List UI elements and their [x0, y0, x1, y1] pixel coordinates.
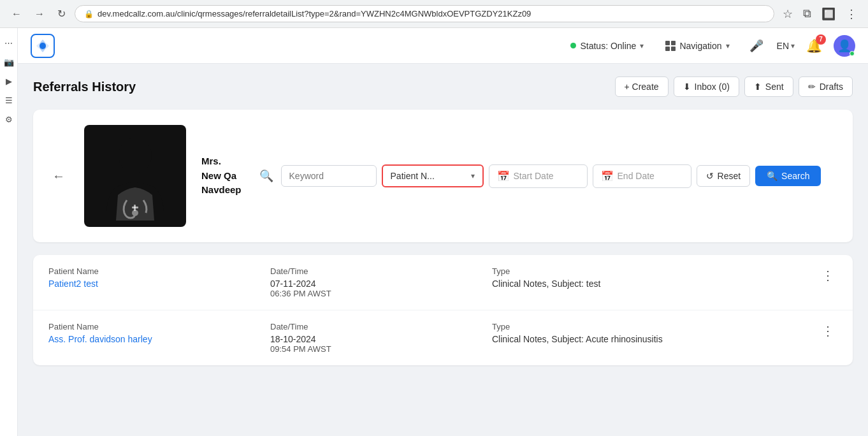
- url-text: dev.medcallz.com.au/clinic/qrmessages/re…: [98, 9, 765, 18]
- nav-grid-icon: [665, 41, 676, 51]
- status-indicator[interactable]: Status: Online ▾: [565, 38, 649, 54]
- inbox-download-icon: ⬇: [683, 82, 691, 92]
- keyword-input[interactable]: [281, 165, 377, 187]
- svg-point-0: [40, 43, 46, 49]
- forward-button[interactable]: →: [31, 6, 48, 22]
- filter-row: 🔍 Patient N... ▾ 📅 Start Date 📅 End Date…: [257, 164, 837, 188]
- inbox-button[interactable]: ⬇ Inbox (0): [674, 76, 739, 97]
- page-actions: + Create ⬇ Inbox (0) ⬆ Sent ✏ Drafts: [615, 76, 853, 97]
- app-logo: [31, 34, 55, 58]
- search-magnify-icon: 🔍: [767, 171, 778, 181]
- col-type-0: Type Clinical Notes, Subject: test: [492, 266, 806, 289]
- start-date-placeholder: Start Date: [514, 171, 554, 181]
- avatar-online-indicator: [850, 51, 855, 56]
- notification-button[interactable]: 🔔 7: [805, 37, 823, 55]
- doctor-info: Mrs. New Qa Navdeep: [201, 154, 242, 198]
- patient-dropdown[interactable]: Patient N... ▾: [382, 164, 484, 187]
- navigation-button[interactable]: Navigation ▾: [659, 38, 735, 54]
- language-chevron: ▾: [791, 41, 795, 50]
- doctor-name: Mrs. New Qa Navdeep: [201, 154, 242, 198]
- drafts-label: Drafts: [820, 82, 843, 92]
- type-value-0: Clinical Notes, Subject: test: [492, 279, 806, 289]
- col-type-1: Type Clinical Notes, Subject: Acute rhin…: [492, 322, 806, 344]
- panel-icon-dots[interactable]: ⋯: [2, 36, 16, 50]
- patient-dropdown-label: Patient N...: [391, 171, 435, 181]
- microphone-button[interactable]: 🎤: [746, 37, 767, 55]
- page-title: Referrals History: [33, 80, 136, 94]
- type-label-0: Type: [492, 266, 806, 276]
- patient-value-0: Patient2 test: [48, 279, 257, 289]
- reset-icon: ↺: [706, 171, 714, 181]
- end-date-placeholder: End Date: [618, 171, 655, 181]
- page-container: Referrals History + Create ⬇ Inbox (0) ⬆…: [18, 64, 868, 378]
- panel-icon-camera[interactable]: 📷: [2, 55, 16, 69]
- doctor-avatar: [84, 125, 186, 227]
- app-header: Status: Online ▾ Navigation ▾ 🎤 EN ▾: [18, 28, 868, 64]
- datetime-label-1: Date/Time: [270, 322, 479, 331]
- language-button[interactable]: EN ▾: [777, 41, 795, 51]
- filter-search-icon-button[interactable]: 🔍: [257, 166, 276, 185]
- navigation-label: Navigation: [679, 41, 721, 51]
- panel-icon-play[interactable]: ▶: [2, 74, 16, 88]
- lock-icon: 🔒: [84, 10, 94, 18]
- extension-button-1[interactable]: ⧉: [800, 5, 814, 22]
- end-date-input[interactable]: 📅 End Date: [593, 164, 691, 188]
- col-actions-0: ⋮: [818, 266, 837, 284]
- panel-icon-settings[interactable]: ⚙: [2, 112, 16, 126]
- drafts-button[interactable]: ✏ Drafts: [799, 76, 853, 97]
- patient-label-1: Patient Name: [48, 322, 257, 331]
- type-value-1: Clinical Notes, Subject: Acute rhinosinu…: [492, 334, 806, 344]
- patient-value-1: Ass. Prof. davidson harley: [48, 334, 257, 344]
- row-menu-button-1[interactable]: ⋮: [818, 322, 838, 340]
- sent-button[interactable]: ⬆ Sent: [744, 76, 793, 97]
- table-container: Patient Name Patient2 test Date/Time 07-…: [33, 255, 853, 365]
- start-date-calendar-icon: 📅: [497, 170, 510, 182]
- browser-bar: ← → ↻ 🔒 dev.medcallz.com.au/clinic/qrmes…: [0, 0, 868, 28]
- panel-icon-list[interactable]: ☰: [2, 93, 16, 107]
- create-button[interactable]: + Create: [615, 76, 669, 97]
- type-label-1: Type: [492, 322, 806, 331]
- reset-button[interactable]: ↺ Reset: [697, 165, 751, 187]
- extension-button-2[interactable]: 🔲: [818, 5, 839, 23]
- profile-filter-section: ←: [33, 110, 853, 242]
- chrome-menu-button[interactable]: ⋮: [843, 5, 860, 23]
- datetime-line1-0: 07-11-2024: [270, 279, 479, 289]
- status-dot: [570, 43, 576, 48]
- datetime-line1-1: 18-10-2024: [270, 334, 479, 344]
- sent-upload-icon: ⬆: [754, 82, 762, 92]
- refresh-button[interactable]: ↻: [54, 5, 69, 22]
- sent-label: Sent: [765, 82, 784, 92]
- datetime-line2-1: 09:54 PM AWST: [270, 344, 479, 354]
- header-right: Status: Online ▾ Navigation ▾ 🎤 EN ▾: [565, 35, 855, 57]
- table-row: Patient Name Patient2 test Date/Time 07-…: [33, 255, 853, 310]
- col-datetime-1: Date/Time 18-10-2024 09:54 PM AWST: [270, 322, 479, 354]
- left-panel: ⋯ 📷 ▶ ☰ ⚙: [0, 28, 18, 378]
- patient-label-0: Patient Name: [48, 266, 257, 276]
- notification-badge: 7: [816, 34, 826, 45]
- star-button[interactable]: ☆: [779, 5, 796, 23]
- status-chevron: ▾: [640, 41, 644, 50]
- datetime-label-0: Date/Time: [270, 266, 479, 276]
- search-label: Search: [781, 171, 809, 181]
- back-button[interactable]: ←: [8, 6, 25, 22]
- search-button[interactable]: 🔍 Search: [755, 166, 821, 186]
- col-datetime-0: Date/Time 07-11-2024 06:36 PM AWST: [270, 266, 479, 298]
- start-date-input[interactable]: 📅 Start Date: [489, 164, 588, 188]
- patient-dropdown-chevron: ▾: [471, 171, 475, 180]
- avatar-button[interactable]: 👤: [834, 35, 855, 57]
- language-label: EN: [777, 41, 789, 51]
- row-menu-button-0[interactable]: ⋮: [818, 266, 838, 284]
- col-actions-1: ⋮: [818, 322, 837, 340]
- address-bar[interactable]: 🔒 dev.medcallz.com.au/clinic/qrmessages/…: [75, 5, 774, 22]
- page-header: Referrals History + Create ⬇ Inbox (0) ⬆…: [33, 76, 853, 97]
- reset-label: Reset: [718, 171, 741, 181]
- back-navigation-button[interactable]: ←: [48, 165, 69, 187]
- datetime-line2-0: 06:36 PM AWST: [270, 289, 479, 298]
- status-label: Status: Online: [580, 41, 636, 51]
- col-patient-1: Patient Name Ass. Prof. davidson harley: [48, 322, 257, 344]
- svg-rect-4: [134, 205, 136, 211]
- main-content: Status: Online ▾ Navigation ▾ 🎤 EN ▾: [18, 28, 868, 378]
- col-patient-0: Patient Name Patient2 test: [48, 266, 257, 289]
- drafts-edit-icon: ✏: [808, 82, 816, 92]
- navigation-chevron: ▾: [726, 41, 730, 50]
